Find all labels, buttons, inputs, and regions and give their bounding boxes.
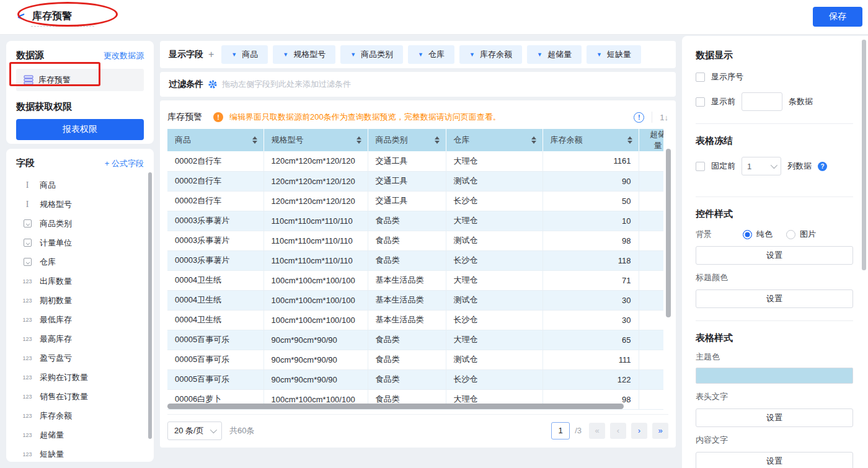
cell xyxy=(639,211,663,231)
theme-color-swatch[interactable] xyxy=(696,368,853,384)
save-button[interactable]: 保存 xyxy=(813,7,862,27)
column-header[interactable]: 规格型号 xyxy=(264,129,368,151)
datasource-item[interactable]: 库存预警 xyxy=(16,69,144,91)
field-list: I商品 I规格型号 商品类别 计量单位 仓库 123出库数量 123期初数量 1… xyxy=(16,175,144,462)
field-item[interactable]: 123库存余额 xyxy=(16,406,144,425)
cell: 50 xyxy=(542,191,639,211)
cell: 交通工具 xyxy=(368,171,446,191)
widget-style-title: 控件样式 xyxy=(696,208,853,220)
field-item[interactable]: 123最高库存 xyxy=(16,329,144,348)
sort-icon[interactable]: 1↓ xyxy=(660,113,668,122)
report-permission-button[interactable]: 报表权限 xyxy=(16,119,144,140)
column-header[interactable]: 商品类别 xyxy=(368,129,446,151)
panel-scrollbar[interactable] xyxy=(862,40,866,270)
chip-label: 超储量 xyxy=(547,49,572,60)
page-title[interactable]: 库存预警 xyxy=(32,10,72,23)
field-item[interactable]: 123短缺量 xyxy=(16,444,144,462)
column-header[interactable]: 库存余额 xyxy=(542,129,639,151)
cell: 71 xyxy=(542,270,639,290)
number-field-icon: 123 xyxy=(21,413,33,419)
background-set-button[interactable]: 设置 xyxy=(696,246,853,265)
gear-icon[interactable] xyxy=(208,80,217,89)
table-row: 00004卫生纸100cm*100cm*100/100基本生活品类测试仓30 xyxy=(167,290,663,310)
chip-label: 规格型号 xyxy=(293,49,326,60)
next-page-button[interactable]: › xyxy=(631,423,647,439)
show-top-checkbox[interactable] xyxy=(696,97,705,107)
table-row: 00002自行车120cm*120cm*120/120交通工具长沙仓50 xyxy=(167,191,663,211)
add-formula-field-link[interactable]: + 公式字段 xyxy=(105,158,144,169)
preview-table: 商品 规格型号 商品类别 仓库 库存余额 超储量 00002自行车120cm*1… xyxy=(167,129,663,410)
field-item[interactable]: 123采购在订数量 xyxy=(16,368,144,387)
vertical-scrollbar[interactable] xyxy=(666,149,671,317)
last-page-button[interactable]: » xyxy=(652,423,668,439)
prev-page-button[interactable]: ‹ xyxy=(610,423,626,439)
field-item[interactable]: I商品 xyxy=(16,175,144,195)
chip-label: 仓库 xyxy=(428,49,445,60)
freeze-checkbox[interactable] xyxy=(696,162,705,171)
first-page-button[interactable]: « xyxy=(589,423,605,439)
cell xyxy=(639,310,663,330)
field-item[interactable]: I规格型号 xyxy=(16,195,144,214)
field-item[interactable]: 123超储量 xyxy=(16,425,144,444)
cell: 00005百事可乐 xyxy=(167,369,264,389)
back-icon[interactable]: < xyxy=(17,10,30,25)
field-item[interactable]: 计量单位 xyxy=(16,233,144,252)
field-item[interactable]: 123销售在订数量 xyxy=(16,387,144,406)
field-chip[interactable]: ▼商品 xyxy=(221,45,268,64)
field-item[interactable]: 123盈亏盘亏 xyxy=(16,348,144,368)
field-label: 仓库 xyxy=(40,257,56,268)
sort-carets-icon xyxy=(531,136,536,144)
show-top-input[interactable] xyxy=(742,92,782,111)
show-index-checkbox[interactable] xyxy=(696,73,705,82)
column-header[interactable]: 商品 xyxy=(167,129,264,151)
field-item[interactable]: 商品类别 xyxy=(16,214,144,233)
caret-down-icon: ▼ xyxy=(283,51,288,58)
help-icon[interactable]: ? xyxy=(818,162,827,171)
cell: 基本生活品类 xyxy=(368,290,446,310)
field-item[interactable]: 123出库数量 xyxy=(16,272,144,291)
field-chip[interactable]: ▼超储量 xyxy=(527,45,582,64)
cell: 食品类 xyxy=(368,211,446,231)
fields-scrollbar[interactable] xyxy=(148,172,152,439)
column-header[interactable]: 仓库 xyxy=(446,129,542,151)
freeze-count-select[interactable]: 1 xyxy=(742,157,781,175)
field-chip[interactable]: ▼短缺量 xyxy=(587,45,641,64)
field-item[interactable]: 123期初数量 xyxy=(16,291,144,310)
cell: 00004卫生纸 xyxy=(167,270,264,290)
title-color-set-button[interactable]: 设置 xyxy=(696,289,853,308)
divider xyxy=(696,123,853,124)
chip-label: 库存余额 xyxy=(480,49,512,60)
image-label: 图片 xyxy=(800,229,816,240)
cell: 食品类 xyxy=(368,330,446,350)
filter-dropzone[interactable]: 拖动左侧字段到此处来添加过滤条件 xyxy=(222,79,351,90)
table-row: 00005百事可乐90cm*90cm*90/90食品类测试仓111 xyxy=(167,350,663,369)
field-chip[interactable]: ▼商品类别 xyxy=(340,45,403,64)
page-size-select[interactable]: 20 条/页 xyxy=(167,422,222,440)
header-text-set-button[interactable]: 设置 xyxy=(696,408,853,427)
column-label: 仓库 xyxy=(454,135,470,146)
field-item[interactable]: 仓库 xyxy=(16,252,144,272)
add-display-field-icon[interactable]: + xyxy=(208,49,214,60)
content-text-set-button[interactable]: 设置 xyxy=(696,452,853,468)
cell: 100cm*100cm*100/100 xyxy=(264,270,368,290)
cell xyxy=(639,270,663,290)
sort-carets-icon xyxy=(252,136,257,144)
freeze-prefix: 固定前 xyxy=(711,161,735,172)
cell: 120cm*120cm*120/120 xyxy=(264,151,368,171)
number-field-icon: 123 xyxy=(21,278,33,285)
field-label: 商品 xyxy=(40,180,56,191)
field-chip[interactable]: ▼库存余额 xyxy=(459,45,522,64)
change-datasource-link[interactable]: 更改数据源 xyxy=(104,50,144,61)
field-chip[interactable]: ▼规格型号 xyxy=(273,45,335,64)
column-header[interactable]: 超储量 xyxy=(639,129,663,151)
field-chip[interactable]: ▼仓库 xyxy=(408,45,454,64)
info-icon[interactable]: ! xyxy=(634,112,644,123)
cell: 长沙仓 xyxy=(446,250,542,270)
solid-color-radio[interactable]: 纯色 xyxy=(743,229,773,240)
settings-panel: 数据显示 显示序号 显示前 条数据 表格冻结 固定前 1 列数据 ? 控件样式 … xyxy=(682,36,868,468)
cell xyxy=(639,389,663,409)
field-item[interactable]: 123最低库存 xyxy=(16,310,144,329)
horizontal-scrollbar[interactable] xyxy=(167,404,624,409)
current-page-input[interactable]: 1 xyxy=(551,422,570,439)
image-radio[interactable]: 图片 xyxy=(786,229,816,240)
